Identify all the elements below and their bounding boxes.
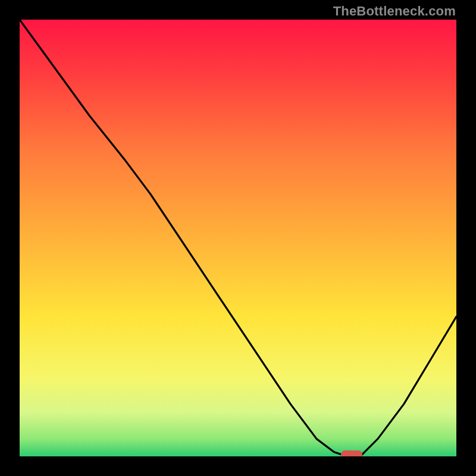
plot-area [20,20,456,456]
watermark-text: TheBottleneck.com [333,4,456,19]
chart-frame: TheBottleneck.com [0,0,476,476]
bottleneck-curve [20,20,456,456]
optimal-marker [341,450,362,456]
